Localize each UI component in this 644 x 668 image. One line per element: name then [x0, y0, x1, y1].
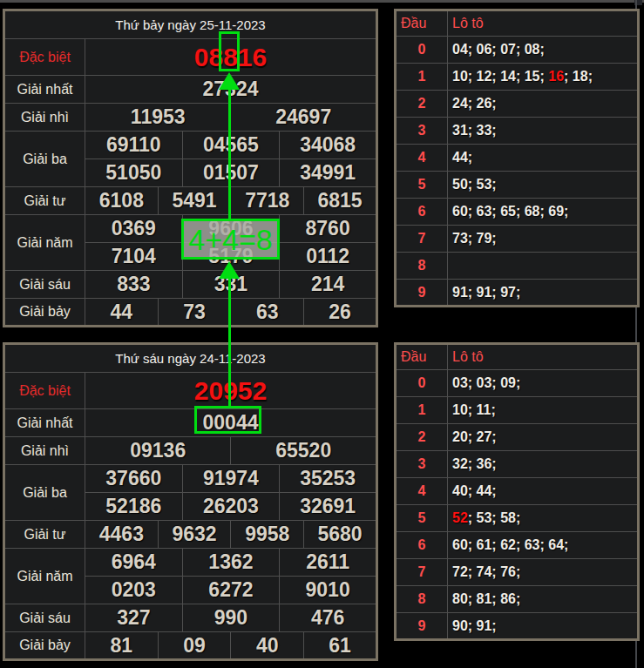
loto-column-header: Lô tô	[448, 344, 639, 370]
lottery-page: Thứ bảy ngày 25-11-2023Đặc biệt08816Giải…	[0, 0, 644, 668]
loto-head-table-24-11-2023: ĐầuLô tô003; 03; 09;110; 11;220; 27;332;…	[394, 342, 640, 641]
formula-text: 4+4=8	[188, 225, 272, 254]
dau-digit: 9	[396, 613, 448, 640]
loto-values-text: 90; 91;	[452, 618, 497, 633]
prize-value: 24697	[231, 104, 377, 132]
prize-value: 52186	[85, 493, 183, 521]
results-table-24-11-2023: Thứ sáu ngày 24-11-2023Đặc biệt20952Giải…	[3, 342, 378, 661]
loto-values: 40; 44;	[448, 478, 639, 505]
loto-values: 52; 53; 58;	[448, 505, 639, 532]
loto-values: 20; 27;	[448, 424, 639, 451]
prize-label: Đặc biệt	[4, 39, 85, 76]
loto-values	[448, 253, 639, 280]
loto-values-text: 03; 03; 09;	[452, 375, 520, 390]
prize-value: 4463	[85, 521, 159, 549]
prize-value: 26	[304, 299, 377, 327]
prize-value: 9010	[280, 577, 377, 604]
page-top-border	[0, 0, 644, 3]
prize-label: Giải ba	[4, 465, 85, 521]
prize-value: 2611	[280, 549, 377, 577]
prize-value: 34991	[280, 159, 377, 187]
loto-highlight-value: 52	[452, 510, 468, 525]
loto-values: 73; 79;	[448, 226, 639, 253]
dau-digit: 0	[396, 37, 448, 64]
result-table-title: Thứ bảy ngày 25-11-2023	[4, 10, 377, 39]
loto-row: 660; 63; 65; 68; 69;	[396, 199, 639, 226]
prize-label: Giải nhất	[4, 409, 85, 437]
prize-value: 26203	[182, 493, 280, 521]
prize-label: Giải ba	[4, 132, 85, 187]
loto-row: 550; 53;	[396, 172, 639, 199]
prize-value: 73	[158, 299, 231, 327]
prize-label: Giải bảy	[4, 299, 85, 327]
formula-overlay: 4+4=8	[181, 219, 280, 260]
dau-digit: 0	[396, 370, 448, 397]
loto-values-text: 60; 61; 62; 63; 64;	[452, 537, 568, 552]
dau-digit: 3	[396, 118, 448, 145]
prize-value: 1362	[182, 549, 280, 577]
loto-values-text: 72; 74; 76;	[452, 564, 520, 579]
loto-values: 10; 12; 14; 15; 16; 18;	[448, 64, 639, 91]
loto-row: 990; 91;	[396, 613, 639, 640]
loto-row: 772; 74; 76;	[396, 559, 639, 586]
loto-row: 224; 26;	[396, 91, 639, 118]
prize-label: Giải năm	[4, 549, 85, 604]
dau-digit: 5	[396, 505, 448, 532]
dau-digit: 8	[396, 253, 448, 280]
prize-value: 0112	[280, 243, 377, 271]
prize-value: 5680	[304, 521, 377, 549]
loto-values: 72; 74; 76;	[448, 559, 639, 586]
dau-digit: 1	[396, 64, 448, 91]
loto-values: 50; 53;	[448, 172, 639, 199]
annotation-line-top	[228, 84, 231, 219]
loto-highlight-value: 16	[548, 69, 564, 84]
prize-value: 5491	[158, 187, 231, 215]
loto-values-text: 40; 44;	[452, 483, 497, 498]
prize-value: 20952	[85, 373, 377, 409]
prize-value: 214	[280, 271, 377, 299]
loto-values-text: 04; 06; 07; 08;	[452, 42, 545, 57]
loto-column-header: Lô tô	[448, 10, 639, 37]
result-table-title: Thứ sáu ngày 24-11-2023	[4, 344, 377, 373]
loto-values-text: 10; 11;	[452, 402, 496, 417]
prize-value: 0369	[85, 215, 183, 243]
loto-values: 91; 91; 97;	[448, 280, 639, 307]
loto-values-text: 44;	[452, 150, 472, 165]
loto-values: 03; 03; 09;	[448, 370, 639, 397]
prize-value: 37660	[85, 465, 183, 493]
loto-row: 660; 61; 62; 63; 64;	[396, 532, 639, 559]
highlight-box-special-digit	[219, 31, 240, 71]
prize-label: Giải năm	[4, 215, 85, 271]
prize-value: 35253	[280, 465, 377, 493]
dau-digit: 6	[396, 532, 448, 559]
prize-value: 8760	[280, 215, 377, 243]
highlight-box-first-prize	[194, 406, 261, 434]
dau-column-header: Đầu	[396, 10, 448, 37]
prize-value: 833	[85, 271, 183, 299]
dau-digit: 5	[396, 172, 448, 199]
dau-digit: 9	[396, 280, 448, 307]
loto-values: 10; 11;	[448, 397, 639, 424]
prize-value: 6272	[182, 577, 280, 604]
prize-label: Giải sáu	[4, 271, 85, 299]
loto-values-text: 31; 33;	[452, 123, 497, 138]
prize-value: 09136	[85, 437, 231, 465]
prize-value: 69110	[85, 132, 183, 159]
loto-values: 90; 91;	[448, 613, 639, 640]
prize-value: 34068	[280, 132, 377, 159]
loto-row: 991; 91; 97;	[396, 280, 639, 307]
loto-values-text: ; 53; 58;	[468, 510, 520, 525]
loto-row: 880; 81; 86;	[396, 586, 639, 613]
loto-values-text: 91; 91; 97;	[452, 285, 520, 300]
prize-label: Giải nhì	[4, 104, 85, 132]
prize-value: 11953	[85, 104, 231, 132]
prize-value: 6964	[85, 549, 183, 577]
loto-values: 31; 33;	[448, 118, 639, 145]
loto-row: 004; 06; 07; 08;	[396, 37, 639, 64]
loto-row: 440; 44;	[396, 478, 639, 505]
loto-values-text: 60; 63; 65; 68; 69;	[452, 204, 568, 219]
loto-values: 60; 61; 62; 63; 64;	[448, 532, 639, 559]
loto-values: 24; 26;	[448, 91, 639, 118]
prize-value: 44	[85, 299, 159, 327]
dau-digit: 7	[396, 226, 448, 253]
